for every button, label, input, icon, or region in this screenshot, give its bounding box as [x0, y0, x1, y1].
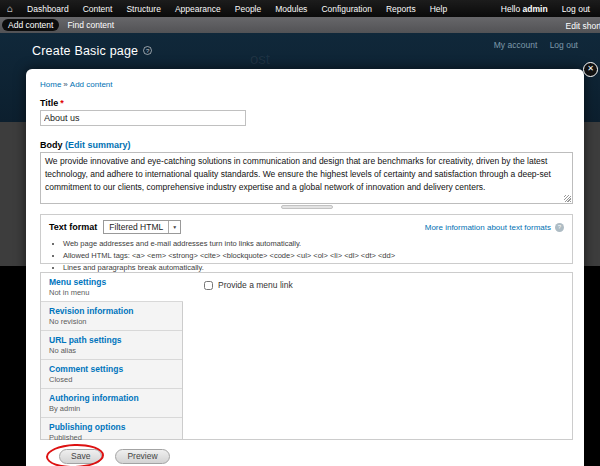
text-format-label: Text format	[49, 222, 97, 232]
text-format-selected-value: Filtered HTML	[104, 222, 168, 232]
toolbar-item-reports[interactable]: Reports	[379, 4, 423, 14]
greeting-prefix: Hello	[501, 4, 523, 14]
title-field-label: Title*	[40, 98, 573, 108]
tab-title: Comment settings	[49, 364, 174, 374]
tab-comment-settings[interactable]: Comment settings Closed	[41, 360, 182, 389]
toolbar-item-people[interactable]: People	[228, 4, 268, 14]
tab-menu-settings[interactable]: Menu settings Not in menu	[41, 273, 183, 302]
tab-title: Menu settings	[49, 277, 175, 287]
filter-tip: Allowed HTML tags: <a> <em> <strong> <ci…	[63, 250, 564, 262]
filter-tips-list: Web page addresses and e-mail addresses …	[49, 238, 564, 274]
toolbar-item-appearance[interactable]: Appearance	[168, 4, 228, 14]
tab-title: Publishing options	[49, 422, 174, 432]
tab-summary: No revision	[49, 317, 174, 326]
tab-title: Authoring information	[49, 393, 174, 403]
tab-summary: Closed	[49, 375, 174, 384]
save-button[interactable]: Save	[59, 449, 102, 464]
textarea-resize-handle[interactable]	[564, 195, 571, 202]
admin-toolbar: ⌂ Dashboard Content Structure Appearance…	[0, 0, 600, 17]
text-format-select[interactable]: Filtered HTML ▼	[103, 220, 181, 234]
page-title: Create Basic page?	[32, 44, 152, 58]
more-info-formats-link[interactable]: More information about text formats	[425, 223, 551, 232]
tab-summary: No alias	[49, 346, 174, 355]
header-logout-link[interactable]: Log out	[550, 40, 578, 50]
tab-summary: Not in menu	[49, 288, 175, 297]
page-title-text: Create Basic page	[32, 44, 138, 58]
edit-summary-link[interactable]: (Edit summary)	[65, 140, 131, 150]
body-textarea[interactable]: We provide innovative and eye-catching s…	[40, 152, 573, 204]
shortcut-find-content[interactable]: Find content	[61, 19, 120, 31]
title-label-text: Title	[40, 98, 58, 108]
vertical-tabs: Menu settings Not in menu Revision infor…	[40, 272, 573, 440]
my-account-link[interactable]: My account	[494, 40, 537, 50]
text-format-fieldset: Text format Filtered HTML ▼ More informa…	[40, 214, 573, 264]
shortcut-bar: Add content Find content Edit shortcuts	[0, 17, 600, 33]
toolbar-item-help[interactable]: Help	[423, 4, 454, 14]
filter-tip: Web page addresses and e-mail addresses …	[63, 238, 564, 250]
toolbar-item-configuration[interactable]: Configuration	[314, 4, 379, 14]
create-basic-page-modal: ✕ Home»Add content Title* Body (Edit sum…	[26, 69, 584, 466]
body-field-label: Body (Edit summary)	[40, 140, 573, 150]
account-links: My account Log out	[484, 40, 578, 50]
toolbar-item-structure[interactable]: Structure	[119, 4, 168, 14]
toolbar-item-dashboard[interactable]: Dashboard	[20, 4, 76, 14]
textarea-grippie-handle[interactable]	[281, 205, 333, 209]
edit-shortcuts-link[interactable]: Edit shortcuts	[566, 21, 600, 31]
close-icon[interactable]: ✕	[583, 62, 598, 77]
provide-menu-link-label: Provide a menu link	[218, 280, 293, 290]
provide-menu-link-checkbox[interactable]	[204, 281, 213, 290]
form-actions: Save Preview	[40, 449, 573, 464]
background-watermark: ost	[250, 50, 270, 67]
chevron-down-icon: ▼	[168, 221, 180, 233]
menu-settings-panel: Provide a menu link	[183, 273, 572, 439]
home-icon[interactable]: ⌂	[7, 4, 13, 14]
preview-button[interactable]: Preview	[115, 449, 169, 464]
shortcut-add-content[interactable]: Add content	[2, 19, 59, 31]
page-help-icon[interactable]: ?	[143, 46, 152, 55]
toolbar-item-content[interactable]: Content	[76, 4, 120, 14]
tab-title: URL path settings	[49, 335, 174, 345]
username: admin	[523, 4, 548, 14]
required-marker: *	[60, 98, 64, 108]
tab-publishing-options[interactable]: Publishing options Published	[41, 418, 182, 446]
vertical-tabs-list: Menu settings Not in menu Revision infor…	[41, 273, 183, 439]
help-icon[interactable]: ?	[555, 223, 564, 232]
breadcrumb-add-content-link[interactable]: Add content	[70, 80, 113, 89]
tab-summary: Published	[49, 433, 174, 442]
tab-url-path-settings[interactable]: URL path settings No alias	[41, 331, 182, 360]
tab-summary: By admin	[49, 404, 174, 413]
breadcrumb-home-link[interactable]: Home	[40, 80, 61, 89]
toolbar-logout-link[interactable]: Log out	[562, 4, 590, 14]
body-label-text: Body	[40, 140, 63, 150]
tab-revision-information[interactable]: Revision information No revision	[41, 302, 182, 331]
title-input[interactable]	[40, 110, 246, 126]
greeting-text: Hello admin	[501, 4, 548, 14]
tab-authoring-information[interactable]: Authoring information By admin	[41, 389, 182, 418]
breadcrumb: Home»Add content	[40, 69, 573, 89]
tab-title: Revision information	[49, 306, 174, 316]
toolbar-item-modules[interactable]: Modules	[268, 4, 314, 14]
breadcrumb-separator: »	[63, 80, 67, 89]
